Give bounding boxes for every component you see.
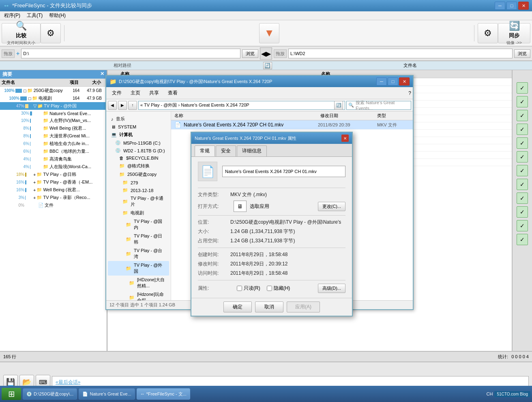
tree-item-14[interactable]: 3% + 📁 TV Play - 录影（Reco... [0, 194, 107, 201]
change-app-button[interactable]: 更改(C)... [318, 202, 345, 211]
sync-action-btn-7[interactable]: ✓ [517, 165, 528, 176]
sidebar-music[interactable]: ♪音乐 [108, 115, 169, 123]
sidebar-hdzone1[interactable]: 📁[HDzone]大自然精... [108, 276, 169, 290]
maximize-button[interactable]: □ [506, 2, 517, 10]
sync-action-btn-10[interactable]: ✓ [517, 206, 528, 218]
tab-details[interactable]: 详细信息 [237, 145, 267, 156]
refresh-button[interactable]: 🔄 [334, 101, 343, 110]
sync-action-btn-4[interactable]: ✓ [517, 124, 528, 135]
sidebar-convert[interactable]: 📁@格式转换 [108, 162, 169, 170]
explorer-maximize[interactable]: □ [388, 77, 398, 86]
tree-item-9[interactable]: 4% 📁 高清禽鸟集 [0, 155, 107, 163]
props-filename-field[interactable]: Nature's Great Events X.264 720P CH 01.m… [222, 166, 345, 177]
type-header[interactable]: 类型 [377, 113, 410, 119]
name-header[interactable]: 名称 [174, 113, 320, 119]
sidebar-279[interactable]: 📁279 [108, 179, 169, 186]
settings-button[interactable]: ⚙ [41, 23, 61, 43]
sync-action-btn-2[interactable]: ✓ [517, 96, 528, 107]
sync-settings-button[interactable]: ⚙ [478, 23, 498, 43]
hidden-check[interactable] [267, 286, 272, 291]
tree-item-15[interactable]: 0% 📄 文件 [0, 201, 107, 209]
menu-help[interactable]: 帮助(H) [46, 11, 69, 20]
right-path-input[interactable] [288, 49, 513, 58]
sidebar-tv[interactable]: 📁电视剧 [108, 209, 169, 217]
tree-item-11[interactable]: 18% + 📁 TV Play - @日韩 [0, 171, 107, 178]
sidebar-foreign[interactable]: 📁TV Play - @外国 [108, 261, 169, 276]
date-header[interactable]: 修改日期 [320, 113, 377, 119]
advanced-button[interactable]: 高级(D)... [318, 284, 345, 293]
sync-action-btn-3[interactable]: ✓ [517, 110, 528, 121]
sidebar-cartoon[interactable]: 📁TV Play - @卡通片 [108, 194, 169, 209]
sync-action-btn-5[interactable]: ✓ [517, 137, 528, 149]
tree-item-7[interactable]: 6% 📁 植地生命力(Life in... [0, 140, 107, 148]
left-browse-button[interactable]: 浏览 [242, 49, 258, 58]
explorer-menu-home[interactable]: 主页 [127, 88, 144, 98]
explorer-menu-share[interactable]: 共享 [145, 88, 163, 98]
sync-action-btn-1[interactable]: ✓ [517, 82, 528, 94]
cancel-button[interactable]: 取消 [255, 302, 283, 312]
tree-item-6[interactable]: 8% 📁 大漫世界(Great Mi... [0, 132, 107, 140]
props-close-button[interactable]: ✕ [341, 135, 349, 142]
sidebar-c-drive[interactable]: 💿M5Pro-119GB (C:) [108, 139, 169, 147]
right-browse-button[interactable]: 浏览 [514, 49, 530, 58]
back-button[interactable]: ◀ [108, 101, 117, 110]
readonly-check[interactable] [237, 286, 242, 291]
explorer-close[interactable]: ✕ [399, 77, 410, 86]
close-button[interactable]: ✕ [518, 2, 529, 10]
minimize-button[interactable]: ─ [495, 2, 505, 10]
sidebar-hdzone2[interactable]: 📁[Hdzone]玩命全探... [108, 290, 169, 300]
sidebar-kr[interactable]: 📁TV Play - @日韩 [108, 232, 169, 246]
sidebar-tw[interactable]: 📁TV Play - @台湾 [108, 246, 169, 261]
sync-action-btn-8[interactable]: ✓ [517, 179, 528, 190]
help-btn[interactable]: ? [408, 90, 411, 96]
taskbar-item-2[interactable]: ↔ *FreeFileSync - 文... [137, 388, 190, 400]
sync-action-btn-12[interactable]: ✓ [517, 234, 528, 245]
tree-item-13[interactable]: 16% + 📁 Well Being (祝君... [0, 186, 107, 194]
summary-close[interactable]: ✕ [100, 71, 104, 78]
sidebar-d-drive[interactable]: 💿WD2 - 1.81TB G (D:) [108, 147, 169, 154]
search-box[interactable]: 🔍 搜索 Nature's Great Events... [346, 101, 411, 110]
refresh-btn[interactable]: 🔄 [263, 62, 272, 69]
compare-button[interactable]: 🔍 比较 文件时间和大小 [2, 23, 41, 43]
left-path-input[interactable] [21, 49, 240, 58]
sync-button[interactable]: 🔄 同步 镜像 ->> [498, 23, 530, 43]
file-item-0[interactable]: 📄 Nature's Great Events X.264 720P CH 01… [171, 120, 413, 130]
forward-button[interactable]: ▶ [118, 101, 127, 110]
taskbar-item-1[interactable]: 📄 Nature's Great Eve... [79, 388, 135, 400]
tree-item-1[interactable]: 100% □ 📁 电视剧 164 47.9 GB [0, 94, 107, 102]
sidebar-computer[interactable]: 💻计算机 [108, 130, 169, 139]
sidebar-recycle[interactable]: 🗑$RECYCLE.BIN [108, 154, 169, 162]
filter-button[interactable]: ▼ [259, 23, 279, 43]
tree-item-12[interactable]: 16% + 📁 TV Play - @香港（-EM... [0, 178, 107, 186]
sync-action-btn-6[interactable]: ✓ [517, 151, 528, 163]
sync-action-btn-9[interactable]: ✓ [517, 192, 528, 204]
sidebar-system[interactable]: 🖥SYSTEM [108, 123, 169, 130]
explorer-menu-file[interactable]: 文件 [108, 88, 126, 98]
sidebar-date[interactable]: 📁2013-12-18 [108, 186, 169, 194]
menu-tools[interactable]: 工具(T) [24, 11, 46, 20]
tab-security[interactable]: 安全 [216, 145, 236, 156]
tab-general[interactable]: 常规 [195, 145, 215, 156]
up-button[interactable]: ↑ [128, 101, 137, 110]
sidebar-250g[interactable]: 📁250G硬盘copy [108, 170, 169, 179]
sync-action-btn-11[interactable]: ✓ [517, 220, 528, 231]
tree-item-5[interactable]: 8% 📁 Well Being (祝君... [0, 124, 107, 132]
tree-item-0[interactable]: 100% □ 📁 250G硬盘copy 164 47.9 GB [0, 87, 107, 94]
tree-item-8[interactable]: 6% 📁 BBC（地球的力量... [0, 148, 107, 155]
taskbar-item-0[interactable]: 💿 D:\250G硬盘copy\... [23, 388, 77, 400]
explorer-menu-view[interactable]: 查看 [164, 88, 182, 98]
start-button[interactable]: ⊞ [2, 388, 21, 400]
tree-item-2[interactable]: 47% ▽ 📁 TV Play - @外国 [0, 102, 107, 110]
nav-arrows[interactable]: ◀▶ [260, 47, 272, 60]
menu-program[interactable]: 程序(P) [1, 11, 24, 20]
apply-button[interactable]: 应用(A) [287, 302, 320, 312]
readonly-checkbox[interactable]: 只读(R) [237, 285, 260, 292]
tree-item-3[interactable]: 30% 📁 Nature's Great Eve... [0, 110, 107, 117]
sidebar-cn[interactable]: 📁TV Play - @国内 [108, 217, 169, 232]
hidden-checkbox[interactable]: 隐藏(H) [267, 285, 290, 292]
tree-item-4[interactable]: 10% 📁 人在野(IV)(Man_vs... [0, 117, 107, 124]
address-bar[interactable]: « TV Play - @外国 › Nature's Great Events … [138, 101, 345, 110]
explorer-minimize[interactable]: ─ [376, 77, 387, 86]
tree-item-10[interactable]: 4% 📁 人在险境(Worst-Ca... [0, 163, 107, 171]
ok-button[interactable]: 确定 [223, 302, 252, 312]
